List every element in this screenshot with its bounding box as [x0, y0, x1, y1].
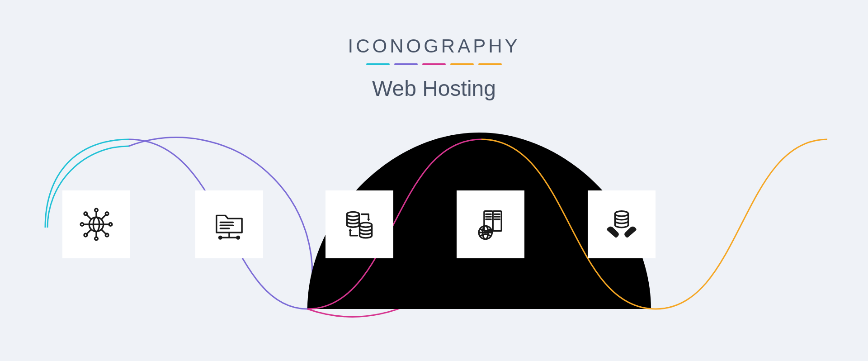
svg-point-18	[84, 233, 87, 237]
svg-point-16	[105, 233, 108, 237]
wave-path-main	[0, 114, 868, 350]
header: ICONOGRAPHY Web Hosting	[0, 0, 868, 101]
folder-share-icon	[209, 204, 250, 245]
subtitle: Web Hosting	[0, 76, 868, 101]
icon-tile-folder-share[interactable]	[195, 190, 263, 258]
global-server-icon	[470, 204, 511, 245]
svg-point-12	[105, 212, 108, 215]
svg-line-13	[87, 215, 91, 219]
icon-tile-database-care[interactable]	[588, 190, 656, 258]
globe-network-icon	[76, 204, 117, 245]
icon-canvas	[0, 114, 868, 350]
dash-orange	[450, 63, 474, 65]
dash-cyan	[366, 63, 390, 65]
dash-purple	[394, 63, 418, 65]
database-care-icon	[601, 204, 642, 245]
svg-point-10	[109, 223, 112, 226]
svg-point-4	[95, 209, 98, 212]
svg-point-26	[347, 212, 359, 216]
svg-line-17	[87, 229, 91, 234]
color-underline	[0, 63, 868, 65]
icon-tile-global-server[interactable]	[457, 190, 524, 258]
icon-tile-database-sync[interactable]	[326, 190, 393, 258]
svg-point-27	[360, 223, 372, 227]
svg-point-8	[80, 223, 84, 226]
brand-title: ICONOGRAPHY	[0, 35, 868, 57]
dash-orange-2	[478, 63, 502, 65]
dash-magenta	[422, 63, 446, 65]
icon-tile-globe-network[interactable]	[62, 190, 130, 258]
svg-line-15	[101, 229, 106, 234]
database-sync-icon	[339, 204, 380, 245]
svg-line-11	[101, 215, 106, 219]
svg-point-14	[84, 212, 87, 215]
svg-point-40	[615, 211, 628, 216]
svg-point-6	[95, 237, 98, 240]
